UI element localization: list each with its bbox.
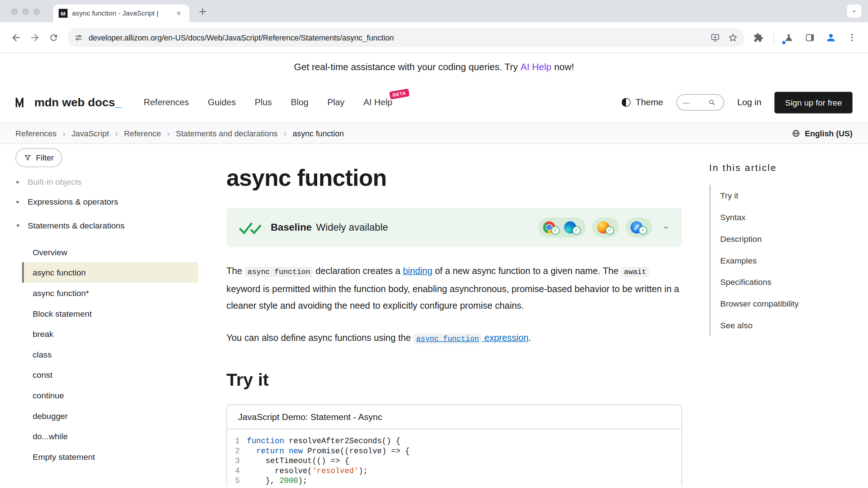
filter-button[interactable]: Filter: [16, 148, 62, 167]
baseline-widget[interactable]: BaselineWidely available ✓ ✓ ✓ ✓: [226, 208, 682, 247]
url-text[interactable]: developer.allizom.org/en-US/docs/Web/Jav…: [89, 33, 705, 42]
breadcrumb-statements[interactable]: Statements and declarations: [176, 129, 277, 138]
toc-item-try-it[interactable]: Try it: [720, 185, 852, 206]
sidebar-item-built-in-objects[interactable]: ▸ Built-in objects: [16, 175, 198, 190]
binding-link[interactable]: binding: [403, 266, 432, 276]
sidebar-sublist: Overview async function async function* …: [16, 242, 198, 467]
breadcrumb-javascript[interactable]: JavaScript: [72, 129, 109, 138]
chromium-support-pill: ✓ ✓: [538, 218, 586, 237]
reload-button[interactable]: [44, 28, 63, 47]
theme-label: Theme: [635, 97, 663, 107]
code-text[interactable]: });: [247, 486, 270, 487]
search-icon[interactable]: [708, 98, 715, 106]
site-search[interactable]: [676, 94, 724, 111]
code-text[interactable]: function resolveAfter2Seconds() {: [247, 436, 400, 446]
chrome-supported-check-icon: ✓: [551, 226, 559, 234]
code-text[interactable]: return new Promise((resolve) => {: [247, 446, 410, 456]
baseline-status: BaselineWidely available: [271, 222, 388, 233]
site-header: mdn web docs_ References Guides Plus Blo…: [0, 82, 868, 123]
code-line: 2 return new Promise((resolve) => {: [227, 446, 682, 456]
breadcrumb-separator-icon: ›: [167, 129, 170, 138]
sidebar-section-statements[interactable]: ▾ Statements & declarations: [16, 214, 198, 237]
breadcrumb: References › JavaScript › Reference › St…: [0, 123, 868, 144]
side-panel-icon[interactable]: [800, 28, 819, 47]
address-bar[interactable]: developer.allizom.org/en-US/docs/Web/Jav…: [68, 28, 745, 47]
profile-avatar-icon[interactable]: [821, 28, 840, 47]
sidebar-section-expressions[interactable]: ▸ Expressions & operators: [16, 190, 198, 214]
nav-blog[interactable]: Blog: [291, 97, 309, 107]
code-text[interactable]: resolve('resolved');: [247, 466, 368, 476]
edge-supported-check-icon: ✓: [573, 226, 581, 234]
code-line: 5 }, 2000);: [227, 476, 682, 486]
back-button[interactable]: [7, 28, 25, 47]
toc-item-browser-compatibility[interactable]: Browser compatibility: [720, 293, 852, 314]
promo-ai-help-link[interactable]: AI Help: [520, 62, 551, 73]
search-input[interactable]: [682, 98, 705, 107]
sidebar-item-debugger[interactable]: debugger: [22, 406, 198, 426]
page-title: async function: [226, 165, 682, 191]
sidebar-item-do-while[interactable]: do...while: [22, 426, 198, 447]
forward-button[interactable]: [25, 28, 44, 47]
toc-item-description[interactable]: Description: [720, 228, 852, 250]
toc-item-see-also[interactable]: See also: [720, 314, 852, 336]
new-tab-button[interactable]: [197, 6, 208, 17]
mdn-logo[interactable]: mdn web docs_: [16, 96, 122, 109]
tab-close-icon[interactable]: [174, 8, 184, 18]
chrome-labs-flask-icon[interactable]: [779, 28, 798, 47]
window-minimize-button[interactable]: [22, 8, 29, 15]
toc-item-syntax[interactable]: Syntax: [720, 206, 852, 228]
baseline-double-check-icon: [239, 220, 262, 235]
nav-references[interactable]: References: [144, 97, 189, 107]
sidebar-item-break[interactable]: break: [22, 324, 198, 344]
tab-search-chevron-icon[interactable]: [847, 4, 861, 18]
breadcrumb-current-page[interactable]: async function: [293, 129, 344, 138]
code-text[interactable]: }, 2000);: [247, 476, 307, 486]
line-number: 4: [227, 466, 247, 476]
login-link[interactable]: Log in: [737, 97, 762, 107]
page-content: Filter ▸ Built-in objects ▸ Expressions …: [0, 144, 868, 486]
sidebar-item-class[interactable]: class: [22, 344, 198, 365]
signup-button[interactable]: Sign up for free: [775, 91, 852, 113]
sidebar-item-const[interactable]: const: [22, 365, 198, 385]
line-number: 3: [227, 456, 247, 466]
sidebar-item-async-function[interactable]: async function: [22, 262, 198, 283]
nav-guides[interactable]: Guides: [208, 97, 236, 107]
browser-toolbar: developer.allizom.org/en-US/docs/Web/Jav…: [0, 22, 868, 53]
async-function-expression-link[interactable]: async function expression: [413, 333, 528, 343]
browser-tab[interactable]: M async function - JavaScript |: [53, 4, 190, 22]
sidebar-item-block-statement[interactable]: Block statement: [22, 303, 198, 324]
code-editor[interactable]: 1function resolveAfter2Seconds() { 2 ret…: [227, 429, 682, 487]
breadcrumb-reference[interactable]: Reference: [124, 129, 161, 138]
nav-plus[interactable]: Plus: [255, 97, 272, 107]
filter-funnel-icon: [24, 154, 31, 162]
sidebar-item-continue[interactable]: continue: [22, 385, 198, 406]
theme-toggle[interactable]: Theme: [622, 97, 663, 107]
toc-item-examples[interactable]: Examples: [720, 249, 852, 271]
menu-kebab-icon[interactable]: [843, 28, 861, 47]
omnibox-actions: [710, 33, 738, 43]
install-app-icon[interactable]: [710, 33, 720, 43]
window-zoom-button[interactable]: [33, 8, 40, 15]
inline-code-await: await: [621, 267, 649, 277]
sidebar-item-overview[interactable]: Overview: [22, 242, 198, 262]
line-number: 2: [227, 446, 247, 456]
extensions-puzzle-icon[interactable]: [749, 28, 768, 47]
window-close-button[interactable]: [11, 8, 18, 15]
breadcrumb-references[interactable]: References: [16, 129, 57, 138]
sidebar-item-async-function-star[interactable]: async function*: [22, 283, 198, 303]
site-settings-icon[interactable]: [74, 33, 83, 42]
nav-ai-help[interactable]: AI HelpBETA: [363, 97, 392, 107]
code-text[interactable]: setTimeout(() => {: [247, 456, 349, 466]
baseline-expand-chevron-icon[interactable]: [662, 223, 670, 231]
language-switcher[interactable]: English (US): [791, 129, 852, 138]
nav-play[interactable]: Play: [327, 97, 345, 107]
line-number: 1: [227, 436, 247, 446]
sidebar-item-empty-statement[interactable]: Empty statement: [22, 446, 198, 467]
toc-item-specifications[interactable]: Specifications: [720, 271, 852, 293]
toolbar-divider: [773, 32, 774, 43]
promo-text-before: Get real-time assistance with your codin…: [294, 62, 518, 73]
code-line: 1function resolveAfter2Seconds() {: [227, 436, 682, 446]
bookmark-star-icon[interactable]: [728, 33, 738, 43]
line-number: 5: [227, 476, 247, 486]
tab-title: async function - JavaScript |: [72, 9, 169, 17]
